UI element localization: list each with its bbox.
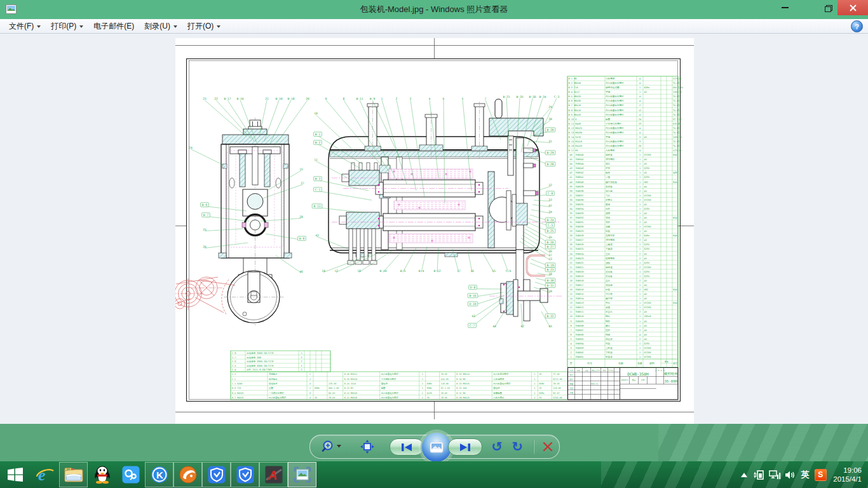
menu-open[interactable]: 打开(O)	[182, 19, 226, 33]
restore-button[interactable]	[817, 0, 839, 15]
close-button[interactable]	[837, 0, 868, 15]
actual-size-button[interactable]	[358, 438, 376, 456]
taskbar-qq[interactable]	[88, 462, 116, 487]
svg-text:21: 21	[569, 266, 572, 269]
svg-text:B-6: B-6	[202, 203, 208, 207]
clock[interactable]: 19:06 2015/4/1	[833, 466, 862, 484]
svg-text:26: 26	[203, 245, 207, 248]
svg-text:42: 42	[520, 325, 524, 328]
taskbar-tencent-pc-manager-2[interactable]	[231, 462, 259, 487]
svg-text:35B045: 35B045	[576, 158, 584, 161]
svg-text:平键: 平键	[606, 90, 611, 93]
taskbar-fox-browser[interactable]	[173, 462, 202, 487]
svg-text:手轮: 手轮	[606, 301, 611, 304]
svg-text:44: 44	[569, 163, 572, 165]
volume-icon[interactable]	[782, 461, 797, 488]
svg-text:B-8 M4X35: B-8 M4X35	[232, 392, 243, 395]
taskbar-internet-explorer[interactable]: e	[31, 462, 59, 487]
svg-text:2: 2	[570, 351, 571, 354]
svg-text:外购: 外购	[673, 180, 677, 184]
svg-text:35B039: 35B039	[576, 186, 584, 188]
svg-text:B-36: B-36	[529, 95, 536, 98]
svg-text:传动轴: 传动轴	[606, 284, 613, 287]
taskbar-tencent-pc-manager[interactable]	[202, 462, 231, 487]
svg-text:封口辊: 封口辊	[606, 292, 613, 295]
svg-text:Q235: Q235	[644, 275, 650, 278]
svg-text:35B004: 35B004	[576, 342, 584, 345]
sogou-input-icon[interactable]: S	[813, 461, 828, 488]
svg-text:B-30: B-30	[546, 279, 553, 282]
taskbar-autocad[interactable]: A	[259, 462, 288, 487]
svg-text:35B044: 35B044	[576, 163, 584, 165]
svg-text:70-85: 70-85	[673, 114, 679, 116]
svg-text:4: 4	[570, 342, 571, 345]
menu-burn[interactable]: 刻录(U)	[139, 19, 182, 33]
network-icon[interactable]	[767, 461, 782, 488]
svg-text:35: 35	[539, 373, 541, 376]
belt-drive-red	[175, 277, 235, 315]
rotate-counterclockwise-button[interactable]: ↺	[488, 437, 506, 456]
svg-text:2: 2	[639, 199, 641, 201]
svg-text:B-22 M6X16: B-22 M6X16	[344, 392, 357, 395]
svg-text:13: 13	[569, 302, 572, 304]
svg-text:B-2: B-2	[315, 141, 321, 144]
taskbar-baidu-cloud[interactable]	[116, 462, 145, 487]
svg-text:35B035: 35B035	[576, 203, 584, 206]
svg-text:K: K	[156, 470, 163, 480]
taskbar-k-player[interactable]: K	[145, 462, 173, 487]
minimize-button[interactable]	[774, 0, 796, 15]
svg-text:C-1: C-1	[315, 188, 321, 191]
svg-text:借用: 借用	[673, 172, 677, 174]
svg-text:65Mn: 65Mn	[539, 383, 544, 385]
svg-text:42: 42	[315, 234, 319, 237]
svg-text:内六角圆柱头螺钉: 内六角圆柱头螺钉	[606, 126, 624, 130]
svg-text:2: 2	[534, 396, 535, 399]
svg-text:B-35 M6X14: B-35 M6X14	[456, 373, 469, 376]
svg-text:B-6 M8X30: B-6 M8X30	[569, 100, 581, 102]
toolbar-separator	[533, 440, 534, 454]
menu-email[interactable]: 电子邮件(E)	[88, 19, 139, 33]
rotate-clockwise-button[interactable]: ↻	[508, 437, 526, 456]
svg-text:弹簧垫圈: 弹簧垫圈	[493, 391, 502, 395]
svg-text:1: 1	[639, 154, 641, 156]
svg-text:1: 1	[639, 172, 641, 174]
svg-text:35B011: 35B011	[576, 311, 584, 313]
drawing-sheet: 2322B-17B-1621B-10B-182024B-6B-725261527…	[175, 38, 694, 424]
menu-print[interactable]: 打印(P)	[46, 19, 88, 33]
power-battery-icon[interactable]	[752, 461, 767, 488]
svg-text:35B022: 35B022	[576, 262, 584, 264]
svg-text:调节螺母: 调节螺母	[606, 238, 615, 241]
svg-text:B-32: B-32	[546, 315, 553, 318]
svg-text:轴承套: 轴承套	[605, 154, 613, 156]
svg-text:B-21 M6X20: B-21 M6X20	[344, 396, 357, 399]
svg-text:共 张 第 张: 共 张 第 张	[655, 369, 665, 372]
taskbar-file-explorer[interactable]	[59, 462, 88, 487]
zoom-button[interactable]	[318, 438, 346, 456]
help-button[interactable]: ?	[851, 20, 863, 32]
previous-button[interactable]	[390, 438, 424, 456]
svg-text:B-28: B-28	[546, 163, 553, 166]
next-button[interactable]	[448, 438, 482, 456]
svg-text:22: 22	[569, 262, 572, 264]
svg-text:2: 2	[639, 239, 641, 241]
svg-text:70-85: 70-85	[673, 104, 679, 107]
svg-text:45: 45	[644, 311, 647, 313]
svg-text:42: 42	[569, 172, 572, 174]
ime-language-indicator[interactable]: 英	[797, 461, 813, 488]
taskbar-photo-viewer[interactable]	[288, 462, 316, 487]
svg-text:D-8: D-8	[470, 286, 476, 289]
svg-text:26: 26	[569, 243, 572, 246]
svg-text:飞轮: 飞轮	[606, 194, 611, 197]
delete-button[interactable]	[539, 438, 557, 456]
menu-file[interactable]: 文件(F)	[4, 19, 46, 33]
svg-text:35: 35	[539, 396, 541, 399]
chevron-up-icon	[741, 473, 747, 477]
svg-text:C-8: C-8	[548, 192, 553, 195]
svg-text:C-3: C-3	[232, 373, 236, 376]
start-button[interactable]	[0, 461, 31, 488]
svg-text:HT200: HT200	[644, 347, 651, 349]
svg-text:B-25: B-25	[546, 229, 553, 233]
svg-text:35: 35	[569, 203, 572, 206]
show-hidden-icons-button[interactable]	[736, 461, 752, 488]
svg-text:HT200: HT200	[644, 226, 651, 228]
